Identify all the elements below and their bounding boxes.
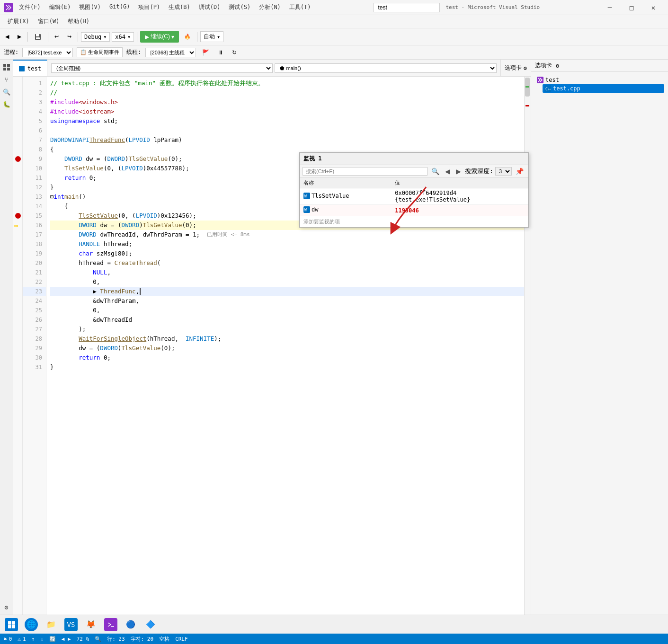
breakpoint-9[interactable] (15, 156, 21, 162)
app2-icon: 🔷 (144, 618, 157, 631)
menu-window[interactable]: 窗口(W) (34, 17, 63, 26)
refresh-button[interactable]: ↻ (230, 48, 239, 57)
watch-row-1[interactable]: W TlsSetValue 0x00007ff6492919d4 {test.e… (300, 188, 528, 205)
close-button[interactable]: ✕ (642, 0, 664, 15)
options-gear-icon[interactable]: ⚙ (524, 65, 527, 71)
svg-rect-2 (36, 34, 39, 36)
watch-search-input[interactable] (303, 167, 428, 176)
status-encoding: CRLF (175, 636, 188, 642)
watch-pin-button[interactable]: 📌 (514, 167, 525, 176)
taskbar-explorer[interactable]: 📁 (42, 616, 61, 633)
code-line-29: dw = (DWORD)TlsGetValue(0); (50, 344, 527, 353)
gutter: ⇒ (13, 77, 23, 615)
code-line-3: #include <windows.h> (50, 97, 527, 107)
breakpoint-15[interactable] (15, 213, 21, 219)
watch-col-value: 值 (391, 178, 528, 188)
flame-button[interactable]: 🔥 (181, 32, 194, 42)
taskbar-app2[interactable]: 🔷 (141, 616, 160, 633)
watch-window: 监视 1 🔍 ◀ ▶ 搜索深度: 3 📌 名称 值 W TlsSetValue (299, 152, 529, 228)
save-button[interactable] (31, 31, 45, 43)
title-search-input[interactable] (374, 3, 440, 12)
forward-button[interactable]: ▶ (14, 32, 25, 42)
process-bar: 进程: [5872] test.exe [5872] test.exe 📋 生命… (0, 45, 668, 60)
arch-dropdown[interactable]: x64▾ (112, 32, 134, 42)
line-numbers: 12345 678910 1112131415 1617181920 21222… (23, 77, 46, 615)
search-icon-btn[interactable]: 🔍 (429, 167, 441, 176)
process-dropdown[interactable]: [5872] test.exe (22, 48, 73, 57)
restore-button[interactable]: □ (621, 0, 642, 15)
status-zoom-icon[interactable]: 🔍 (95, 636, 101, 642)
sidebar-search-icon[interactable]: 🔍 (1, 86, 12, 97)
sidebar-explorer-icon[interactable] (1, 62, 12, 73)
flag-button[interactable]: 🚩 (200, 48, 212, 57)
thread-dropdown[interactable]: [20368] 主线程 (145, 48, 196, 57)
depth-select[interactable]: 3 (495, 167, 512, 176)
taskbar-git[interactable]: 🦊 (81, 616, 100, 633)
menu-build[interactable]: 生成(B) (165, 2, 194, 12)
solution-item-test[interactable]: test (535, 76, 664, 84)
back-button[interactable]: ◀ (2, 32, 12, 42)
menu-help[interactable]: 帮助(H) (64, 17, 93, 26)
status-arrows[interactable]: ◀ ▶ (62, 636, 71, 642)
menu-extend[interactable]: 扩展(X) (4, 17, 33, 26)
editor-file-tab[interactable]: test (13, 60, 47, 76)
taskbar-vscode[interactable]: VS (62, 616, 80, 633)
options-tab-title: 选项卡 (535, 62, 552, 70)
menu-analyze[interactable]: 分析(N) (255, 2, 285, 12)
options-tab-gear[interactable]: ⚙ (556, 62, 559, 69)
debug-config-dropdown[interactable]: Debug▾ (81, 32, 110, 42)
svg-rect-3 (36, 37, 40, 39)
func-dropdown[interactable]: ⬟ main() (275, 63, 496, 73)
solution-item-label-test: test (545, 77, 559, 83)
toolbar-separator-4 (137, 32, 137, 42)
svg-rect-20 (12, 625, 15, 628)
watch-back-button[interactable]: ◀ (443, 167, 452, 176)
sidebar-debug-icon[interactable]: 🐛 (1, 98, 12, 110)
watch-add-placeholder[interactable]: 添加要监视的项 (300, 216, 528, 227)
status-scroll-up[interactable]: ↑ (32, 636, 35, 642)
status-errors[interactable]: ✖ 0 (4, 636, 12, 642)
menu-edit[interactable]: 编辑(E) (45, 2, 75, 12)
undo-button[interactable]: ↩ (51, 32, 62, 42)
watch-row-1-name: W TlsSetValue (300, 188, 391, 205)
watch-row-2[interactable]: W dw 1193046 (300, 205, 528, 216)
zoom-value: 72 % (77, 636, 89, 642)
menu-git[interactable]: Git(G) (106, 2, 134, 12)
menu-tools[interactable]: 工具(T) (285, 2, 315, 12)
taskbar-terminal[interactable] (101, 616, 120, 633)
watch-forward-button[interactable]: ▶ (454, 167, 463, 176)
code-line-24: &dwThrdParam, (50, 296, 527, 306)
vscode-icon: VS (64, 618, 78, 631)
lifecycle-button[interactable]: 📋 生命周期事件 (77, 47, 123, 57)
status-scroll-down[interactable]: ↓ (40, 636, 44, 642)
svg-rect-6 (3, 68, 6, 71)
code-line-6 (50, 126, 527, 135)
sidebar-git-icon[interactable]: ⑂ (1, 74, 12, 85)
scope-dropdown[interactable]: (全局范围) (51, 63, 273, 73)
auto-dropdown[interactable]: 自动▾ (200, 31, 223, 42)
menu-debug[interactable]: 调试(D) (195, 2, 224, 12)
menu-file[interactable]: 文件(F) (15, 2, 45, 12)
redo-button[interactable]: ↪ (64, 32, 75, 42)
taskbar-browser[interactable]: 🌐 (22, 616, 41, 633)
status-zoom[interactable]: 72 % (77, 636, 89, 642)
watch-table: 名称 值 W TlsSetValue 0x00007ff6492919d4 {t… (300, 178, 528, 216)
status-icons[interactable]: 🔄 (49, 636, 56, 642)
continue-button[interactable]: ▶ 继续(C) ▾ (140, 31, 179, 43)
warning-count: 1 (23, 636, 26, 642)
watch-col-name: 名称 (300, 178, 391, 188)
menu-test[interactable]: 测试(S) (225, 2, 254, 12)
menu-view[interactable]: 视图(V) (75, 2, 105, 12)
solution-item-testcpp[interactable]: C++ test.cpp (543, 84, 664, 93)
left-sidebar: ⑂ 🔍 🐛 ⚙ (0, 60, 13, 615)
sidebar-settings-icon[interactable]: ⚙ (1, 601, 12, 613)
menu-project[interactable]: 项目(P) (134, 2, 164, 12)
taskbar-start[interactable] (2, 616, 21, 633)
minimize-button[interactable]: ─ (599, 0, 621, 15)
status-warnings[interactable]: ⚠ 1 (18, 636, 26, 642)
code-line-4: #include <iostream> (50, 107, 527, 116)
pause-button[interactable]: ⏸ (215, 48, 226, 57)
taskbar-chrome[interactable]: 🔵 (121, 616, 140, 633)
toolbar-separator-3 (78, 32, 78, 42)
terminal-icon (104, 618, 117, 631)
